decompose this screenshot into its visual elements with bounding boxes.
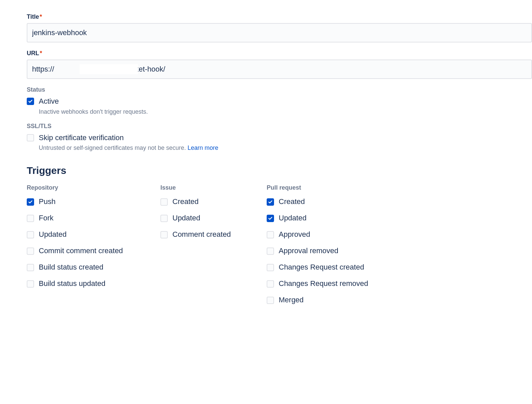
learn-more-link[interactable]: Learn more [187, 144, 218, 151]
trigger-label: Build status created [39, 264, 103, 271]
title-label-text: Title [27, 13, 39, 20]
trigger-checkbox[interactable] [267, 231, 274, 238]
trigger-label: Updated [39, 231, 66, 238]
check-icon [28, 99, 33, 104]
trigger-label: Approved [279, 231, 310, 238]
status-section: Status Active Inactive webhooks don't tr… [27, 86, 532, 115]
title-field-container: Title* [27, 13, 532, 42]
trigger-list-issue: CreatedUpdatedComment created [160, 197, 253, 238]
trigger-checkbox[interactable] [27, 215, 34, 222]
active-checkbox[interactable] [27, 98, 34, 105]
trigger-item: Commit comment created [27, 246, 147, 255]
trigger-checkbox[interactable] [27, 264, 34, 271]
trigger-checkbox[interactable] [27, 231, 34, 238]
trigger-label: Fork [39, 214, 53, 222]
required-asterisk-icon: * [40, 13, 42, 20]
trigger-label: Merged [279, 296, 304, 304]
url-label: URL* [27, 50, 532, 57]
trigger-checkbox[interactable] [160, 198, 168, 206]
trigger-checkbox[interactable] [267, 264, 274, 271]
trigger-label: Comment created [172, 231, 231, 238]
trigger-checkbox[interactable] [160, 215, 168, 222]
triggers-heading: Triggers [27, 165, 532, 176]
trigger-list-pull-request: CreatedUpdatedApprovedApproval removedCh… [267, 197, 387, 304]
trigger-checkbox[interactable] [267, 215, 274, 222]
trigger-label: Build status updated [39, 280, 105, 287]
trigger-item: Changes Request created [267, 263, 387, 271]
check-icon [28, 200, 33, 204]
trigger-label: Updated [172, 214, 200, 222]
trigger-label: Created [172, 198, 198, 205]
title-label: Title* [27, 13, 532, 20]
url-redacted-overlay [80, 64, 138, 74]
check-icon [268, 200, 273, 204]
title-input[interactable] [27, 23, 532, 42]
trigger-item: Merged [267, 296, 387, 304]
trigger-item: Fork [27, 214, 147, 222]
trigger-checkbox[interactable] [27, 280, 34, 288]
ssl-section: SSL/TLS Skip certificate verification Un… [27, 123, 532, 152]
pull-request-column-label: Pull request [267, 184, 387, 191]
trigger-label: Push [39, 198, 55, 205]
status-section-label: Status [27, 86, 532, 93]
trigger-item: Build status created [27, 263, 147, 271]
skip-cert-help-text: Untrusted or self-signed certificates ma… [39, 144, 532, 152]
trigger-item: Updated [160, 214, 253, 222]
trigger-list-repository: PushForkUpdatedCommit comment createdBui… [27, 197, 147, 288]
trigger-item: Changes Request removed [267, 279, 387, 288]
check-icon [268, 216, 273, 221]
skip-cert-help-span: Untrusted or self-signed certificates ma… [39, 144, 187, 151]
required-asterisk-icon: * [40, 50, 42, 57]
trigger-item: Updated [27, 230, 147, 238]
trigger-checkbox[interactable] [267, 198, 274, 206]
issue-column-label: Issue [160, 184, 253, 191]
trigger-item: Approved [267, 230, 387, 238]
pull-request-trigger-column: Pull request CreatedUpdatedApprovedAppro… [267, 184, 387, 312]
trigger-checkbox[interactable] [267, 280, 274, 288]
trigger-item: Updated [267, 214, 387, 222]
active-help-text: Inactive webhooks don't trigger requests… [39, 108, 532, 115]
repository-trigger-column: Repository PushForkUpdatedCommit comment… [27, 184, 147, 312]
trigger-item: Push [27, 197, 147, 206]
trigger-item: Created [160, 197, 253, 206]
trigger-label: Approval removed [279, 247, 339, 255]
issue-trigger-column: Issue CreatedUpdatedComment created [160, 184, 253, 312]
skip-cert-checkbox[interactable] [27, 134, 34, 141]
trigger-label: Changes Request created [279, 264, 364, 271]
trigger-checkbox[interactable] [27, 198, 34, 206]
trigger-label: Updated [279, 214, 306, 222]
trigger-checkbox[interactable] [267, 297, 274, 304]
trigger-item: Created [267, 197, 387, 206]
url-field-container: URL* [27, 50, 532, 79]
triggers-grid: Repository PushForkUpdatedCommit comment… [27, 184, 532, 312]
trigger-label: Created [279, 198, 305, 205]
trigger-label: Commit comment created [39, 247, 123, 255]
ssl-section-label: SSL/TLS [27, 123, 532, 130]
repository-column-label: Repository [27, 184, 147, 191]
trigger-item: Build status updated [27, 279, 147, 288]
trigger-label: Changes Request removed [279, 280, 368, 287]
trigger-item: Approval removed [267, 246, 387, 255]
trigger-item: Comment created [160, 230, 253, 238]
trigger-checkbox[interactable] [27, 247, 34, 255]
trigger-checkbox[interactable] [267, 247, 274, 255]
url-label-text: URL [27, 50, 39, 57]
active-label: Active [39, 97, 532, 106]
trigger-checkbox[interactable] [160, 231, 168, 238]
skip-cert-label: Skip certificate verification [39, 133, 532, 143]
